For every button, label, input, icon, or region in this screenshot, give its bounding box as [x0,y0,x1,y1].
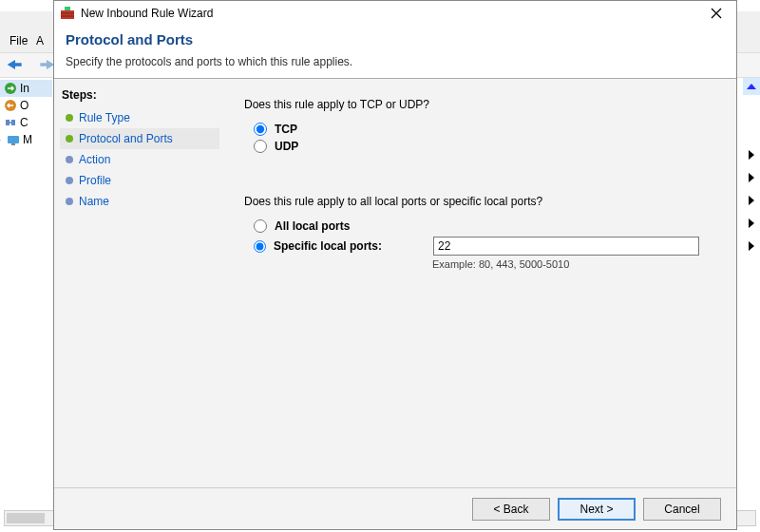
specific-ports-input[interactable] [433,237,699,256]
radio-all-ports[interactable] [254,219,267,233]
step-label: Rule Type [79,111,130,124]
radio-specific-ports-row: Specific local ports: [254,237,717,256]
radio-all-ports-row: All local ports [254,219,717,233]
step-protocol-and-ports[interactable]: Protocol and Ports [60,128,219,149]
expander-icon[interactable] [749,241,754,251]
tree-item-label: O [20,99,28,112]
step-profile[interactable]: Profile [60,170,219,191]
tree-item-label: In [20,82,29,95]
ports-question: Does this rule apply to all local ports … [244,195,717,208]
svg-rect-5 [6,120,10,125]
dialog-header: Protocol and Ports Specify the protocols… [54,26,736,78]
radio-tcp[interactable] [254,123,267,136]
menu-a-partial[interactable]: A [36,34,44,48]
page-subtitle: Specify the protocols and ports to which… [66,55,725,68]
port-example-text: Example: 80, 443, 5000-5010 [432,258,717,270]
expander-icon[interactable] [749,150,754,160]
nav-tree: In O C › M [0,80,52,498]
radio-specific-ports[interactable] [254,240,266,253]
step-label: Action [79,153,110,166]
svg-rect-8 [8,136,19,143]
tree-item[interactable]: In [0,80,52,97]
expander-icon[interactable] [749,218,754,228]
svg-rect-9 [11,143,15,145]
back-arrow-icon[interactable] [0,53,28,75]
step-label: Protocol and Ports [79,132,173,145]
dialog-footer: < Back Next > Cancel [54,487,736,529]
steps-sidebar: Steps: Rule Type Protocol and Ports Acti… [54,79,225,488]
expander-icon[interactable] [749,196,754,205]
step-label: Profile [79,174,111,187]
protocol-question: Does this rule apply to TCP or UDP? [244,98,717,111]
radio-udp-row: UDP [254,140,717,153]
svg-rect-13 [65,7,70,10]
steps-header: Steps: [60,85,219,107]
radio-tcp-row: TCP [254,123,717,136]
expander-icon[interactable] [749,173,754,182]
radio-all-ports-label[interactable]: All local ports [275,219,350,233]
right-actions-pane [743,78,760,486]
back-button[interactable]: < Back [472,498,550,521]
new-inbound-rule-wizard: New Inbound Rule Wizard Protocol and Por… [53,0,737,530]
tree-item[interactable]: C [0,114,52,131]
step-label: Name [79,195,109,208]
firewall-icon [60,5,75,23]
close-icon [711,8,722,19]
tree-item[interactable]: › M [0,131,52,148]
tree-item[interactable]: O [0,97,52,114]
menu-file[interactable]: File [10,34,28,48]
step-action[interactable]: Action [60,149,219,170]
scroll-up-button[interactable] [743,78,760,95]
radio-tcp-label[interactable]: TCP [275,123,297,136]
radio-udp[interactable] [254,140,267,153]
dialog-titlebar: New Inbound Rule Wizard [54,1,736,26]
tree-item-label: C [20,116,28,129]
radio-specific-ports-label[interactable]: Specific local ports: [274,239,426,253]
cancel-button[interactable]: Cancel [643,498,721,521]
dialog-title: New Inbound Rule Wizard [81,7,213,20]
next-button[interactable]: Next > [558,498,636,521]
wizard-content: Does this rule apply to TCP or UDP? TCP … [225,79,736,488]
radio-udp-label[interactable]: UDP [275,140,298,153]
step-name[interactable]: Name [60,191,219,212]
inbound-rules-icon [4,82,17,95]
step-rule-type[interactable]: Rule Type [60,107,219,128]
tree-item-label: M [23,133,32,146]
connection-rules-icon [4,116,17,129]
svg-rect-6 [11,120,15,125]
close-button[interactable] [702,4,731,23]
monitoring-icon [7,133,20,146]
page-title: Protocol and Ports [66,31,725,48]
outbound-rules-icon [4,99,17,112]
svg-rect-10 [61,10,74,19]
